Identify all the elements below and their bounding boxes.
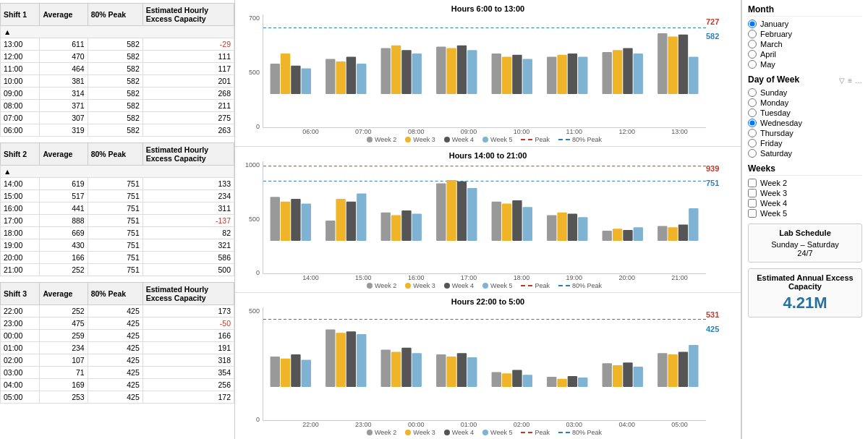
svg-rect-41 [336,199,345,241]
svg-rect-12 [401,50,411,94]
x-label: 02:00 [495,421,548,428]
x-label: 11:00 [548,128,600,135]
chart3-body [263,307,706,421]
row-time: 01:00 [1,342,40,354]
legend-w4-dot [444,137,450,142]
month-section-title: Month [748,4,862,17]
row-peak80: 425 [88,342,142,354]
table-row: 12:00 470 582 111 [1,51,234,63]
row-peak80: 582 [88,112,142,124]
month-option[interactable]: April [748,50,862,59]
row-peak80: 582 [88,38,142,51]
x-label: 14:00 [284,274,337,281]
lab-schedule-value: Sunday – Saturday24/7 [753,240,857,257]
chart3-right-labels: 531 425 [706,307,735,436]
row-avg: 430 [40,239,88,252]
lab-schedule-box: Lab Schedule Sunday – Saturday24/7 [748,223,862,263]
row-excess: 82 [142,227,234,239]
row-avg: 314 [40,88,88,100]
month-option[interactable]: January [748,20,862,28]
chart1-80peak-label: 582 [706,32,735,41]
svg-rect-85 [467,357,477,387]
row-time: 00:00 [1,330,40,342]
dow-option[interactable]: Monday [748,98,862,107]
svg-rect-99 [668,354,677,387]
chart1-y-axis: 700 500 0 [241,14,263,143]
dow-option[interactable]: Thursday [748,129,862,137]
week-option[interactable]: Week 4 [748,199,862,208]
week-option[interactable]: Week 5 [748,209,862,218]
row-avg: 169 [40,379,88,391]
chart1-container: Hours 6:00 to 13:00 700 500 0 06:0007:00… [235,0,741,147]
filter-icon[interactable]: ▽ [839,77,845,85]
svg-rect-74 [326,330,335,388]
svg-rect-23 [557,55,566,94]
row-avg: 619 [40,178,88,190]
svg-rect-37 [281,201,290,240]
svg-rect-20 [512,55,522,94]
row-peak80: 425 [88,305,142,317]
left-panel: Shift 1 Average 80% Peak Estimated Hourl… [0,0,235,439]
svg-rect-42 [346,201,356,240]
shift2-sort[interactable]: ▲ [1,166,234,178]
svg-rect-21 [523,59,532,94]
svg-rect-71 [281,359,290,387]
svg-rect-36 [271,197,280,241]
settings-icon[interactable]: ≡ [848,77,852,85]
chart1-legend: Week 2 Week 3 Week 4 Week 5 [263,136,706,143]
chart3-container: Hours 22:00 to 5:00 500 0 22:0023:0000:0… [235,293,741,439]
row-avg: 381 [40,75,88,88]
x-label: 08:00 [390,128,443,135]
svg-rect-18 [492,54,501,94]
dow-option[interactable]: Saturday [748,149,862,158]
row-avg: 475 [40,317,88,330]
table-row: 19:00 430 751 321 [1,239,234,252]
shift1-sort[interactable]: ▲ [1,26,234,38]
month-option[interactable]: May [748,60,862,69]
x-label: 05:00 [653,421,706,428]
row-avg: 107 [40,354,88,367]
row-time: 14:00 [1,178,40,190]
day-of-week-header: Day of Week ▽ ≡ … [748,74,862,86]
week-option[interactable]: Week 2 [748,179,862,187]
svg-rect-44 [381,212,391,240]
shift3-col-peak: 80% Peak [88,283,142,305]
dow-option[interactable]: Wednesday [748,119,862,127]
weeks-section-title: Weeks [748,163,862,176]
dow-option[interactable]: Friday [748,139,862,148]
row-time: 12:00 [1,51,40,63]
month-option[interactable]: February [748,30,862,38]
row-excess: 117 [142,63,234,75]
row-avg: 319 [40,124,88,137]
row-peak80: 751 [88,190,142,203]
svg-rect-31 [668,37,677,95]
week-option[interactable]: Week 3 [748,189,862,197]
table-row: 13:00 611 582 -29 [1,38,234,51]
svg-rect-17 [467,50,477,94]
x-label: 16:00 [390,274,443,281]
svg-rect-77 [357,334,366,387]
row-peak80: 425 [88,379,142,391]
row-peak80: 751 [88,215,142,227]
row-avg: 307 [40,112,88,124]
legend-w5: Week 5 [482,136,512,143]
row-peak80: 425 [88,330,142,342]
row-time: 10:00 [1,75,40,88]
row-excess: 256 [142,379,234,391]
svg-rect-92 [568,376,577,387]
row-excess: 263 [142,124,234,137]
row-time: 21:00 [1,264,40,276]
legend-w2: Week 2 [367,136,396,143]
svg-rect-72 [291,354,300,387]
svg-rect-38 [291,199,300,241]
row-excess: -29 [142,38,234,51]
x-label: 12:00 [600,128,653,135]
dow-option[interactable]: Sunday [748,88,862,97]
svg-rect-101 [689,345,698,387]
month-option[interactable]: March [748,40,862,48]
more-icon[interactable]: … [855,77,862,85]
row-peak80: 582 [88,124,142,137]
dow-option[interactable]: Tuesday [748,108,862,117]
svg-rect-15 [446,48,456,94]
row-peak80: 425 [88,354,142,367]
